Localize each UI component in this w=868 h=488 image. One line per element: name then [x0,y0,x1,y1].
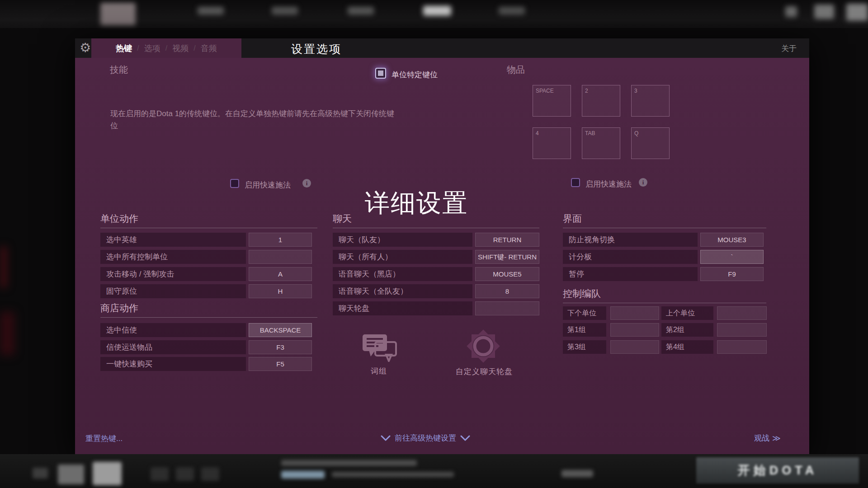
gear-icon: ⚙ [80,41,91,55]
hotkey-key-button[interactable]: RETURN [475,233,539,247]
control-groups-heading: 控制编队 [563,287,766,303]
quick-cast-checkbox-items[interactable] [571,178,580,187]
hotkey-label: 一键快速购买 [100,357,246,371]
skills-heading: 技能 [110,64,128,76]
top-right-icon-blurred [785,6,797,17]
tab-options[interactable]: 选项 [139,43,165,54]
hotkey-key-button[interactable] [717,306,767,320]
hotkey-key-button[interactable]: 8 [475,284,539,298]
hotkey-key-button[interactable]: A [249,267,312,281]
hotkey-label: 计分板 [563,250,698,264]
custom-chat-wheel-label: 自定义聊天轮盘 [456,366,513,377]
settings-title: 设置选项 [291,42,342,56]
unit-actions-heading: 单位动作 [100,212,317,228]
hotkey-key-button[interactable] [249,250,312,264]
chat-wheel-icon [466,329,500,363]
info-icon[interactable]: i [639,178,647,187]
nav-item-blurred [272,7,298,15]
taskbar-icon-blurred [93,462,122,485]
chat-text-blurred [281,460,417,466]
double-arrow-icon: ≫ [772,433,781,443]
item-slot[interactable]: TAB [582,127,620,159]
chat-bubbles-icon [362,332,398,362]
hotkey-label: 聊天（队友） [333,233,472,247]
hotkey-key-button[interactable] [610,323,659,337]
quick-cast-label: 启用快速施法 [585,179,632,189]
nav-item-blurred [198,7,224,15]
hotkey-label: 防止视角切换 [563,233,698,247]
hotkey-label: 选中所有控制单位 [100,250,246,264]
tab-audio[interactable]: 音频 [196,43,222,54]
info-icon[interactable]: i [302,179,311,188]
hotkey-label: 攻击移动 / 强制攻击 [100,267,246,281]
top-right-icon-blurred [846,4,868,21]
phrases-label: 词组 [371,366,387,376]
about-button[interactable]: 关于 [781,43,797,54]
nav-item-blurred [348,7,374,15]
hotkey-label: 第2组 [661,323,713,337]
chat-text-blurred [281,471,325,479]
hotkey-key-button[interactable] [610,340,659,354]
hotkey-label: 选中英雄 [100,233,246,247]
edge-glow [0,312,14,355]
legacy-keys-notice: 现在启用的是Dota 1的传统键位。在自定义单独热键前请先在高级热键下关闭传统键… [110,108,396,132]
hotkey-label: 信使运送物品 [100,340,246,354]
taskbar-icon-blurred [33,468,48,479]
play-dota-button[interactable]: 开始DOTA [696,457,859,483]
nav-item-blurred [499,7,525,15]
hotkey-label: 聊天轮盘 [333,301,472,315]
item-slot[interactable]: Q [631,127,670,159]
items-heading: 物品 [507,64,525,76]
hotkey-key-button[interactable]: 1 [249,233,312,247]
hotkey-key-button[interactable]: BACKSPACE [249,323,312,337]
hotkey-key-button[interactable]: F3 [249,340,312,354]
item-slot[interactable]: 2 [582,85,620,117]
reset-hotkeys-link[interactable]: 重置热键... [85,433,123,444]
hotkey-label: 选中信使 [100,323,246,337]
quick-cast-checkbox-skills[interactable] [230,179,239,188]
hotkey-label: 第3组 [563,340,606,354]
settings-tabstrip: 热键 / 选项 / 视频 / 音频 [91,38,241,58]
advanced-hotkeys-label: 前往高级热键设置 [395,433,456,443]
hotkey-key-button[interactable] [610,306,659,320]
hotkey-key-button[interactable] [717,340,767,354]
advanced-hotkeys-link[interactable]: 前往高级热键设置 [381,433,470,443]
item-slot[interactable]: 4 [533,127,571,159]
chevron-down-icon [460,435,470,441]
nav-item-blurred-active [423,6,451,16]
hotkey-key-button[interactable]: H [249,284,312,298]
hotkey-label: 暂停 [563,267,698,281]
tab-video[interactable]: 视频 [167,43,193,54]
interface-heading: 界面 [563,212,766,228]
spectate-link[interactable]: 观战 ≫ [754,433,781,443]
shop-actions-heading: 商店动作 [100,302,317,318]
hotkey-key-button[interactable] [717,323,767,337]
hotkey-label: 语音聊天（黑店） [333,267,472,281]
hotkey-key-button[interactable] [475,301,539,315]
dota-logo-blurred [100,3,136,25]
background-bottom-bar: 开始DOTA [0,454,868,488]
hotkey-label: 上个单位 [661,306,713,320]
hotkey-label: 下个单位 [563,306,606,320]
tab-hotkeys[interactable]: 热键 [111,43,137,54]
taskbar-icon-blurred [201,467,219,481]
checkbox-fill [378,70,383,76]
edge-glow [0,246,7,288]
unit-specific-checkbox[interactable] [375,68,386,79]
item-slot[interactable]: 3 [631,85,670,117]
quick-cast-label: 启用快速施法 [245,180,291,190]
top-right-icon-blurred [814,5,834,19]
hotkey-label: 固守原位 [100,284,246,298]
hotkey-key-button[interactable]: F5 [249,357,312,371]
chevron-down-icon [381,435,391,441]
item-slot[interactable]: SPACE [533,85,571,117]
hotkey-key-button[interactable]: MOUSE3 [700,233,764,247]
hotkey-key-button[interactable]: MOUSE5 [475,267,539,281]
hotkey-key-button[interactable]: F9 [700,267,764,281]
hotkey-label: 第1组 [563,323,606,337]
background-top-nav [0,0,868,28]
settings-header: ⚙ 热键 / 选项 / 视频 / 音频 设置选项 关于 [75,38,809,58]
hotkey-key-button[interactable]: SHIFT键- RETURN [475,250,539,264]
hotkeys-content: 技能 单位特定键位 物品 SPACE 2 3 4 TAB Q 现在启用的是Dot… [75,58,809,454]
hotkey-key-button[interactable]: ` [700,250,764,264]
